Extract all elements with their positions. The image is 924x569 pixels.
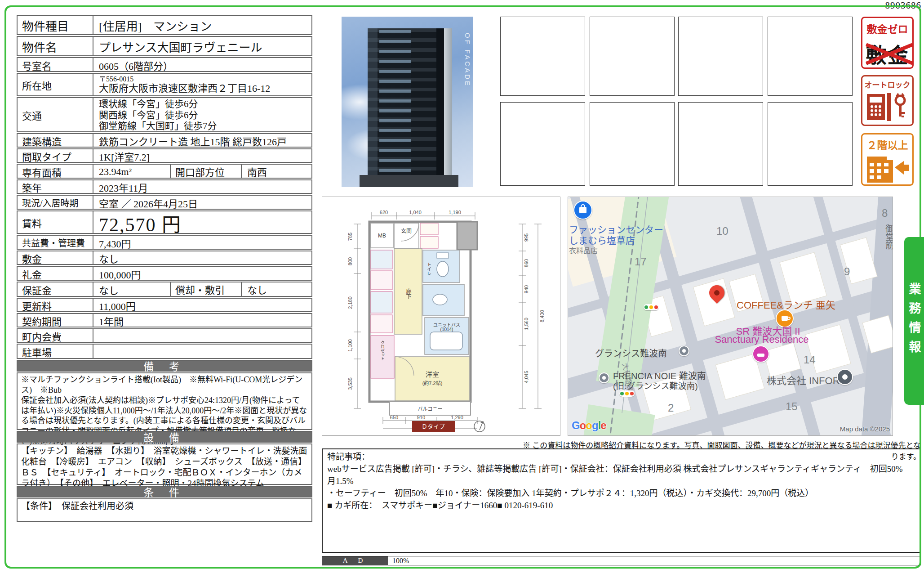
table-row-address: 所在地 〒556-0015 大阪府大阪市浪速区敷津西２丁目16-12	[17, 73, 312, 96]
special-notes-line: ■ カギ所在： スマサポキー■ジョイナー1660■ 0120-619-610	[327, 500, 915, 512]
green-dot	[644, 305, 648, 309]
dim-label: 1,100	[347, 339, 353, 352]
map-label-gransis: グランシス難波南	[595, 346, 667, 359]
dim-label: 860	[524, 259, 529, 267]
row-sublabel: 償却・敷引	[170, 282, 242, 296]
yellow-dot	[649, 305, 653, 309]
dim-label: 3,535	[347, 377, 353, 390]
table-row-name: 物件名 プレサンス大国町ラヴェニール	[17, 36, 312, 56]
map-block-number: 8	[882, 207, 888, 220]
room-label-bath-size: (1014)	[440, 327, 453, 332]
dim-label: 1,040	[409, 210, 422, 215]
row-label: 所在地	[18, 74, 93, 95]
bed-icon	[757, 354, 764, 357]
ad-label: A D	[322, 556, 388, 565]
row-value: なし	[93, 251, 311, 264]
map-block-number: 15	[786, 400, 798, 413]
room-label-room-size: (約7.2帖)	[422, 380, 443, 386]
room-label-entrance: 玄関	[401, 228, 412, 234]
dim-label: 1,560	[524, 318, 529, 330]
lodging-pin-icon	[752, 345, 769, 363]
photo-placeholder	[768, 102, 853, 186]
row-label: 保証金	[18, 282, 93, 296]
building-base	[360, 175, 458, 187]
pin-center-dot	[713, 289, 721, 297]
map-label-frencia-old: (旧:グランシス難波南)	[613, 379, 698, 391]
table-row-fees: 共益費・管理費 7,430円	[17, 235, 312, 250]
table-row-renewal: 更新料 11,000円	[17, 298, 312, 312]
photo-placeholder	[500, 17, 585, 96]
table-row-rent: 賃料 72,570 円	[17, 211, 312, 234]
photo-placeholder	[590, 102, 675, 186]
remarks-line: ※マルチファンクションライト搭載(Iot製品) ※無料Wi-Fi(U-COM光レ…	[21, 375, 308, 395]
row-label: 建築構造	[18, 134, 93, 147]
dim-label: 940	[524, 285, 529, 293]
row-label: 賃料	[18, 211, 93, 233]
dim-label: 995	[524, 233, 529, 242]
room-label-western-room: 洋室	[426, 371, 439, 378]
plan-type-label: Ｄタイプ	[422, 423, 445, 430]
badge-title: オートロック	[865, 79, 911, 90]
photo-placeholder	[590, 17, 675, 96]
conditions-text: 【条件】 保証会社利用必須	[17, 498, 312, 522]
place-dot-icon	[602, 376, 606, 380]
traffic-light-icon	[619, 390, 635, 397]
map-block-number: 17	[635, 255, 647, 268]
map-block-number: 9	[844, 265, 850, 278]
row-value: プレサンス大国町ラヴェニール	[93, 37, 311, 55]
property-sheet-page: { "page": {"doc_number": "8903686"}, "ta…	[0, 0, 924, 569]
equipment-header: 設 備	[17, 431, 312, 443]
photo-placeholder	[768, 17, 853, 96]
transport-line: 関西線「今宮」徒歩6分	[99, 110, 198, 121]
row-value: 7,430円	[93, 236, 311, 249]
red-dot	[654, 305, 658, 309]
map-label-midosuji-road: 御堂筋	[883, 224, 893, 250]
photo-watermark: OF FACADE	[464, 33, 471, 87]
special-notes-line: ・セーフティー 初回50% 年10・保険：保険要加入 1年契約・プレサポ２４：1…	[327, 488, 915, 500]
table-row-layout: 間取タイプ 1K[洋室7.2]	[17, 148, 312, 163]
row-subvalue: なし	[242, 282, 320, 296]
table-row-association: 町内会費	[17, 328, 312, 343]
table-row-parking: 駐車場	[17, 344, 312, 359]
floorplan-panel: 620 1,040 1,190 785 800 2,180 1,100 3,53…	[322, 197, 560, 436]
row-value: 100,000円	[93, 267, 311, 280]
crossed-deposit: 敷金	[866, 39, 909, 68]
badge-no-deposit: 敷金ゼロ 敷金	[861, 17, 914, 69]
business-info-tab[interactable]: 業務情報	[904, 237, 924, 405]
row-label: 敷金	[18, 251, 93, 264]
ad-bar: A D 100%	[322, 556, 921, 565]
table-row-term: 契約期間 1年間	[17, 313, 312, 327]
row-label: 物件名	[18, 37, 93, 55]
red-dot	[630, 392, 634, 395]
autolock-intercom-key-icon	[865, 90, 910, 124]
remarks-text: ※マルチファンクションライト搭載(Iot製品) ※無料Wi-Fi(U-COM光レ…	[17, 372, 312, 430]
row-subvalue: 南西	[242, 165, 320, 178]
map-label-sanctuary: Sanctuary Residence	[710, 334, 813, 345]
table-row-type: 物件種目 [住居用] マンション	[17, 15, 312, 35]
ad-percentage: 100%	[392, 557, 409, 565]
row-label: 駐車場	[18, 345, 93, 358]
rent-value: 72,570 円	[93, 211, 311, 233]
row-label: 専有面積	[18, 165, 93, 178]
dim-label: 1,190	[449, 210, 461, 215]
room-label-hallway: 廊下	[405, 288, 411, 299]
building-edge	[444, 28, 452, 187]
row-value: なし	[93, 282, 170, 296]
badge-autolock: オートロック	[861, 75, 914, 126]
row-value: [住居用] マンション	[93, 16, 311, 34]
green-dot	[620, 392, 624, 395]
table-row-transport: 交通 環状線「今宮」徒歩6分 関西線「今宮」徒歩6分 御堂筋線「大国町」徒歩7分	[17, 97, 312, 132]
row-label: 築年	[18, 180, 93, 193]
google-letter: G	[572, 419, 580, 431]
table-row-area: 専有面積 23.94m² 開口部方位 南西	[17, 164, 312, 179]
map-block-number: 2	[668, 402, 674, 414]
remarks-header: 備 考	[17, 360, 312, 372]
address-text: 大阪府大阪市浪速区敷津西２丁目16-12	[99, 83, 270, 94]
badge-second-floor-up: ２階以上	[861, 133, 914, 186]
special-notes-line: webサービス広告掲載 [許可]・チラシ、雑誌等掲載広告 [許可]・保証会社：保…	[327, 463, 915, 488]
conditions-header: 条 件	[17, 486, 312, 497]
property-table: 物件種目 [住居用] マンション 物件名 プレサンス大国町ラヴェニール 号室名 …	[17, 15, 312, 522]
shop-pin-icon	[573, 201, 592, 220]
badge-title: 敷金ゼロ	[867, 21, 908, 36]
dim-label: 785	[347, 233, 353, 241]
